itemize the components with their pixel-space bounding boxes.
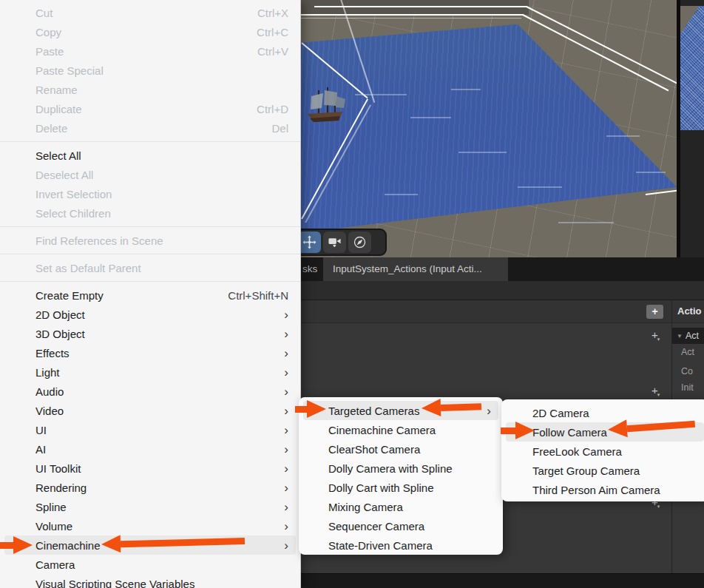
add-action-button[interactable]: + [646,305,663,319]
menu-separator [0,226,300,227]
menu-separator [0,141,300,142]
submenu-chevron-icon: › [487,405,491,417]
menu-item-camera[interactable]: Camera [4,555,296,574]
annotation-arrow-cinemachine-left [0,536,33,554]
submenu-chevron-icon: › [284,308,288,321]
menu-item-freelook-camera[interactable]: FreeLook Camera [506,442,704,461]
menu-item-paste-special: Paste Special [4,61,296,80]
menu-item-volume[interactable]: Volume› [4,516,296,535]
property-label: Co [681,366,693,376]
submenu-chevron-icon: › [284,443,288,456]
gameobject-context-menu: CutCtrl+XCopyCtrl+CPasteCtrl+VPaste Spec… [0,0,301,588]
water-highlight-dash [558,222,614,223]
menu-item-video[interactable]: Video› [4,401,296,420]
move-tool-icon[interactable] [299,232,321,253]
annotation-arrow-follow-left [501,422,535,439]
properties-header: Actio [677,305,702,317]
submenu-chevron-icon: › [284,405,288,417]
annotation-arrow-targeted-left [295,400,326,418]
menu-separator [0,254,300,254]
menu-item-deselect-all: Deselect All [4,165,296,184]
property-label: Init [681,382,694,393]
submenu-chevron-icon: › [284,539,288,552]
menu-item-delete: DeleteDel [4,118,296,138]
submenu-chevron-icon: › [284,366,288,379]
menu-item-audio[interactable]: Audio› [4,382,296,401]
collapse-triangle-icon[interactable]: ▼ [677,333,683,339]
menu-item-target-group-camera[interactable]: Target Group Camera [506,461,704,480]
compass-icon[interactable] [348,232,371,253]
menu-item-paste: PasteCtrl+V [4,41,296,61]
properties-tree-row[interactable]: ▼ Act [672,328,704,344]
water-highlight-dash [355,94,407,95]
menu-item-duplicate: DuplicateCtrl+D [4,99,296,118]
submenu-chevron-icon: › [284,481,288,494]
menu-item-select-children: Select Children [4,203,296,223]
menu-item-ui-toolkit[interactable]: UI Toolkit› [4,459,296,478]
menu-item-visual-scripting-scene-variables[interactable]: Visual Scripting Scene Variables [4,574,296,588]
add-dropdown-icon[interactable]: +▾ [651,330,660,345]
menu-item-rendering[interactable]: Rendering› [4,478,296,497]
menu-item-ai[interactable]: AI› [4,439,296,459]
menu-item-find-references-in-scene: Find References in Scene [4,231,296,250]
water-highlight-dash [606,135,640,137]
water-highlight-dash [458,152,507,153]
scene-view [299,0,677,257]
menu-item-rename: Rename [4,80,296,99]
menu-item-dolly-camera-with-spline[interactable]: Dolly Camera with Spline [303,459,498,478]
menu-item-spline[interactable]: Spline› [4,497,296,516]
submenu-chevron-icon: › [284,347,288,359]
tab-inputsystem-actions[interactable]: InputSystem_Actions (Input Acti... [323,257,508,281]
menu-item-cut: CutCtrl+X [4,3,296,22]
input-actions-toolbar [299,281,704,300]
scene-horizon-strip [299,0,529,15]
secondary-viewport [680,0,704,257]
water-highlight-dash [636,172,666,173]
submenu-chevron-icon: › [284,424,288,436]
ship-sprite [304,83,351,126]
menu-item-third-person-aim-camera[interactable]: Third Person Aim Camera [506,480,704,499]
water-highlight-dash [410,117,451,118]
menu-item-clearshot-camera[interactable]: ClearShot Camera [303,439,498,459]
menu-item-state-driven-camera[interactable]: State-Driven Camera [303,535,498,555]
menu-item-select-all[interactable]: Select All [4,146,296,165]
scene-overlay-toolbar [299,229,387,256]
status-bar [299,573,704,588]
menu-item-mixing-camera[interactable]: Mixing Camera [303,497,498,516]
tree-row-label: Act [686,331,699,341]
water-edge-line [646,189,677,195]
submenu-chevron-icon: › [284,328,288,340]
cinemachine-submenu: Targeted Cameras›Cinemachine CameraClear… [299,397,503,555]
menu-separator [0,281,300,282]
submenu-chevron-icon: › [284,462,288,475]
menu-item-ui[interactable]: UI› [4,420,296,439]
secondary-viewport-water [680,6,704,130]
menu-item-sequencer-camera[interactable]: Sequencer Camera [303,516,498,535]
targeted-cameras-submenu: 2D CameraFollow CameraFreeLook CameraTar… [501,399,704,501]
add-dropdown-icon[interactable]: +▾ [651,385,660,400]
menu-item-dolly-cart-with-spline[interactable]: Dolly Cart with Spline [303,478,498,497]
actions-column-header: + [299,300,704,323]
menu-item-light[interactable]: Light› [4,362,296,382]
menu-item-cinemachine-camera[interactable]: Cinemachine Camera [303,420,498,439]
submenu-chevron-icon: › [284,385,288,398]
water-highlight-dash [385,194,418,195]
annotation-arrow-targeted-right [422,397,482,417]
camera-frustum-line [299,14,524,16]
tab-tasks-partial[interactable]: sks [299,257,326,281]
video-camera-icon[interactable] [323,232,346,253]
window-tab-bar: sks InputSystem_Actions (Input Acti... [299,257,704,281]
camera-frustum-line [314,6,527,7]
annotation-arrow-cinemachine-right [101,532,246,553]
water-highlight-dash [518,186,562,188]
menu-item-invert-selection: Invert Selection [4,184,296,203]
menu-item-3d-object[interactable]: 3D Object› [4,324,296,343]
submenu-chevron-icon: › [284,501,288,513]
property-label: Act [681,347,694,357]
menu-item-effects[interactable]: Effects› [4,343,296,362]
menu-item-set-as-default-parent: Set as Default Parent [4,258,296,277]
menu-item-create-empty[interactable]: Create EmptyCtrl+Shift+N [4,285,296,305]
menu-item-copy: CopyCtrl+C [4,22,296,41]
menu-item-2d-object[interactable]: 2D Object› [4,305,296,324]
water-highlight-dash [451,89,481,90]
